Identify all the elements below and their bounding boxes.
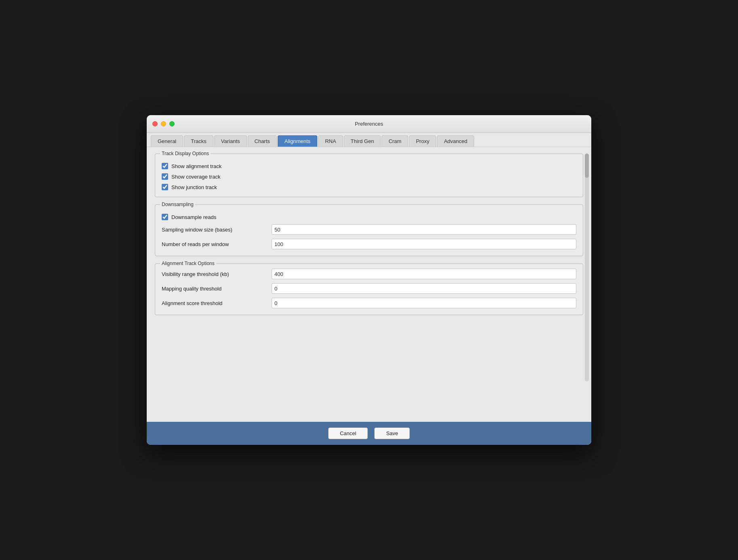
downsample-reads-row: Downsample reads	[162, 214, 576, 220]
alignment-score-row: Alignment score threshold	[162, 298, 576, 308]
titlebar: Preferences	[147, 115, 591, 133]
show-alignment-checkbox[interactable]	[162, 163, 168, 169]
downsampling-section: Downsampling Downsample reads Sampling w…	[155, 204, 583, 256]
alignment-track-legend: Alignment Track Options	[160, 261, 216, 266]
bottom-bar: Cancel Save	[147, 422, 591, 445]
downsampling-legend: Downsampling	[160, 202, 195, 207]
show-junction-checkbox[interactable]	[162, 184, 168, 190]
close-button[interactable]	[152, 121, 158, 126]
alignment-score-input[interactable]	[272, 298, 576, 308]
tab-cram[interactable]: Cram	[382, 135, 408, 147]
alignment-score-label: Alignment score threshold	[162, 300, 267, 306]
reads-per-window-input[interactable]	[272, 239, 576, 249]
alignment-track-section: Alignment Track Options Visibility range…	[155, 263, 583, 315]
reads-per-window-row: Number of reads per window	[162, 239, 576, 249]
show-alignment-row: Show alignment track	[162, 163, 576, 169]
scrollbar-thumb[interactable]	[585, 154, 589, 178]
mapping-quality-row: Mapping quality threshold	[162, 283, 576, 294]
show-junction-row: Show junction track	[162, 184, 576, 190]
save-button[interactable]: Save	[374, 427, 410, 439]
sampling-window-input[interactable]	[272, 224, 576, 235]
tab-tracks[interactable]: Tracks	[184, 135, 213, 147]
tab-thirdgen[interactable]: Third Gen	[344, 135, 381, 147]
show-coverage-checkbox[interactable]	[162, 173, 168, 180]
visibility-range-input[interactable]	[272, 269, 576, 279]
show-coverage-label: Show coverage track	[171, 174, 220, 180]
track-display-section: Track Display Options Show alignment tra…	[155, 154, 583, 197]
downsample-reads-checkbox[interactable]	[162, 214, 168, 220]
tabs-bar: General Tracks Variants Charts Alignment…	[147, 133, 591, 147]
show-junction-label: Show junction track	[171, 184, 217, 190]
tab-charts[interactable]: Charts	[248, 135, 277, 147]
tab-variants[interactable]: Variants	[214, 135, 247, 147]
preferences-window: Preferences General Tracks Variants Char…	[147, 115, 591, 445]
minimize-button[interactable]	[161, 121, 166, 126]
reads-per-window-label: Number of reads per window	[162, 241, 267, 247]
window-controls	[152, 121, 175, 126]
content-area: Track Display Options Show alignment tra…	[147, 147, 591, 422]
scrollbar-track[interactable]	[585, 154, 589, 381]
visibility-range-label: Visibility range threshold (kb)	[162, 271, 267, 277]
tab-alignments[interactable]: Alignments	[278, 135, 317, 147]
track-display-legend: Track Display Options	[160, 151, 211, 156]
show-coverage-row: Show coverage track	[162, 173, 576, 180]
sampling-window-row: Sampling window size (bases)	[162, 224, 576, 235]
mapping-quality-label: Mapping quality threshold	[162, 286, 267, 292]
sampling-window-label: Sampling window size (bases)	[162, 227, 267, 233]
maximize-button[interactable]	[169, 121, 175, 126]
tab-advanced[interactable]: Advanced	[437, 135, 474, 147]
show-alignment-label: Show alignment track	[171, 163, 221, 169]
visibility-range-row: Visibility range threshold (kb)	[162, 269, 576, 279]
cancel-button[interactable]: Cancel	[328, 427, 368, 439]
tab-rna[interactable]: RNA	[318, 135, 343, 147]
window-title: Preferences	[355, 121, 383, 127]
tab-general[interactable]: General	[151, 135, 183, 147]
tab-proxy[interactable]: Proxy	[409, 135, 436, 147]
mapping-quality-input[interactable]	[272, 283, 576, 294]
downsample-reads-label: Downsample reads	[171, 214, 216, 220]
